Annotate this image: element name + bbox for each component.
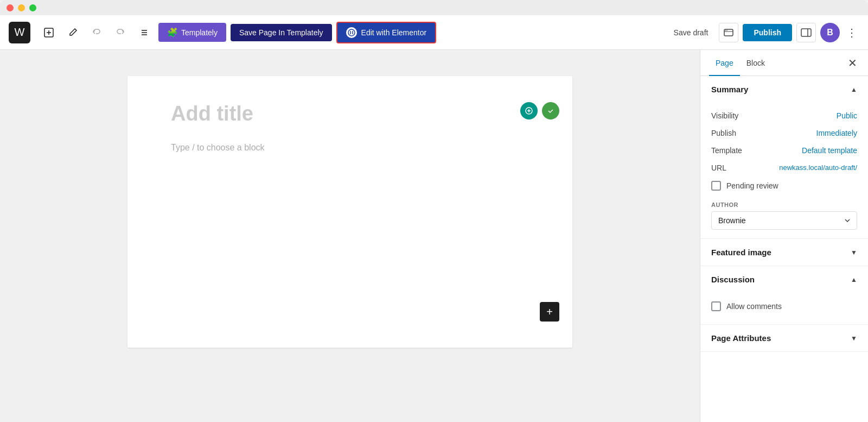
pending-review-label: Pending review	[726, 181, 778, 190]
discussion-header[interactable]: Discussion ▲	[700, 266, 868, 293]
svg-point-11	[725, 30, 726, 31]
url-label: URL	[711, 163, 755, 172]
summary-title: Summary	[711, 85, 748, 94]
pending-review-row: Pending review	[711, 177, 857, 195]
page-attributes-header[interactable]: Page Attributes ▼	[700, 325, 868, 351]
templately-icon: 🧩	[167, 27, 178, 37]
template-label: Template	[711, 146, 755, 155]
summary-section: Summary ▲ Visibility Public Publish Imme…	[700, 76, 868, 239]
teal-circle-icon[interactable]	[520, 102, 538, 119]
preview-button[interactable]	[719, 23, 738, 42]
window-chrome	[0, 0, 868, 15]
allow-comments-row: Allow comments	[711, 297, 857, 316]
visibility-label: Visibility	[711, 111, 755, 120]
more-options-button[interactable]: ⋮	[844, 24, 859, 41]
right-panel: Page Block ✕ Summary ▲ Visibility Public	[700, 50, 868, 422]
url-row: URL newkass.local/auto-draft/	[711, 159, 857, 177]
pen-button[interactable]	[63, 23, 82, 42]
sidebar-toggle-button[interactable]	[796, 23, 816, 42]
featured-image-title: Featured image	[711, 248, 771, 257]
add-block-button[interactable]: +	[540, 302, 559, 322]
svg-point-6	[348, 29, 355, 36]
tab-page[interactable]: Page	[709, 50, 740, 76]
user-avatar-button[interactable]: B	[820, 23, 840, 42]
close-dot[interactable]	[7, 4, 14, 11]
discussion-body: Allow comments	[700, 293, 868, 324]
template-row: Template Default template	[711, 142, 857, 159]
publish-label: Publish	[711, 129, 755, 137]
main-layout: Add title Type / to choose a block + Pag…	[0, 50, 868, 422]
toolbar: W 🧩 Templately	[0, 15, 868, 50]
summary-chevron: ▲	[851, 86, 857, 93]
summary-body: Visibility Public Publish Immediately Te…	[700, 103, 868, 238]
save-templately-button[interactable]: Save Page In Templately	[231, 24, 332, 41]
minimize-dot[interactable]	[18, 4, 25, 11]
page-attributes-chevron: ▼	[851, 335, 857, 342]
publish-button[interactable]: Publish	[743, 24, 792, 41]
panel-tabs: Page Block ✕	[700, 50, 868, 76]
list-view-button[interactable]	[135, 23, 154, 42]
page-attributes-section: Page Attributes ▼	[700, 325, 868, 352]
editor-icons	[520, 102, 559, 119]
title-input[interactable]: Add title	[171, 102, 529, 125]
wp-logo: W	[9, 22, 30, 43]
author-label: AUTHOR	[711, 199, 857, 211]
add-block-toolbar-button[interactable]	[39, 23, 59, 42]
publish-value[interactable]: Immediately	[816, 129, 857, 137]
save-draft-button[interactable]: Save draft	[667, 24, 715, 41]
discussion-title: Discussion	[711, 275, 755, 284]
edit-with-elementor-button[interactable]: Edit with Elementor	[336, 22, 437, 43]
allow-comments-label: Allow comments	[726, 302, 782, 311]
svg-rect-13	[801, 29, 811, 36]
body-placeholder[interactable]: Type / to choose a block	[171, 143, 529, 153]
editor-canvas: Add title Type / to choose a block +	[127, 76, 572, 348]
page-attributes-title: Page Attributes	[711, 333, 771, 343]
featured-image-header[interactable]: Featured image ▼	[700, 239, 868, 266]
summary-section-header[interactable]: Summary ▲	[700, 76, 868, 103]
visibility-row: Visibility Public	[711, 107, 857, 124]
featured-image-chevron: ▼	[851, 249, 857, 256]
publish-row: Publish Immediately	[711, 124, 857, 142]
discussion-chevron: ▲	[851, 276, 857, 284]
redo-button[interactable]	[111, 23, 130, 42]
url-value[interactable]: newkass.local/auto-draft/	[779, 163, 857, 172]
maximize-dot[interactable]	[29, 4, 36, 11]
author-section: AUTHOR Brownie	[711, 199, 857, 230]
editor-area: Add title Type / to choose a block +	[0, 50, 700, 422]
featured-image-section: Featured image ▼	[700, 239, 868, 266]
template-value[interactable]: Default template	[802, 146, 857, 155]
discussion-section: Discussion ▲ Allow comments	[700, 266, 868, 325]
allow-comments-checkbox[interactable]	[711, 301, 721, 311]
tab-block[interactable]: Block	[740, 50, 771, 76]
green-circle-icon[interactable]	[542, 102, 559, 119]
visibility-value[interactable]: Public	[837, 111, 857, 120]
svg-point-12	[727, 30, 728, 31]
pending-review-checkbox[interactable]	[711, 181, 721, 191]
panel-close-button[interactable]: ✕	[846, 54, 859, 72]
undo-button[interactable]	[87, 23, 106, 42]
author-select[interactable]: Brownie	[711, 211, 857, 230]
templately-button[interactable]: 🧩 Templately	[158, 23, 226, 42]
elementor-icon	[346, 27, 357, 38]
